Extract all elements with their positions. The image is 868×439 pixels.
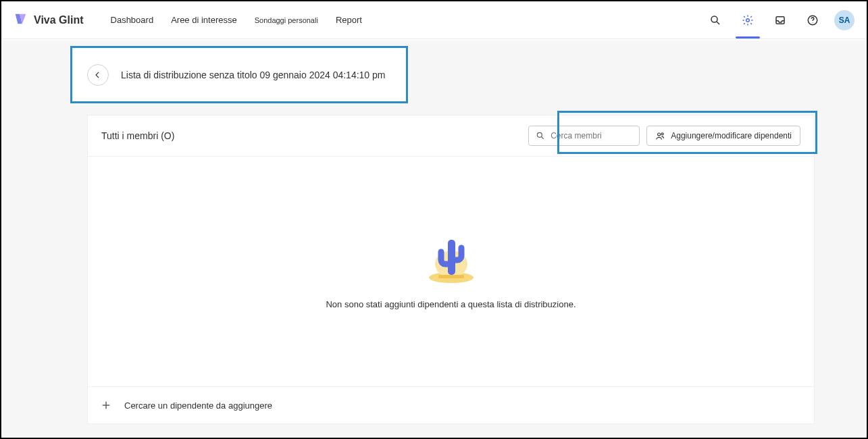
help-icon[interactable] xyxy=(802,9,823,31)
svg-line-7 xyxy=(542,137,544,139)
members-card-header: Tutti i membri (O) Aggiungere/modificare… xyxy=(88,115,814,156)
back-button[interactable] xyxy=(87,64,109,86)
search-icon[interactable] xyxy=(705,9,726,31)
page-title-highlight: Lista di distribuzione senza titolo 09 g… xyxy=(70,46,408,103)
top-right-tools: SA xyxy=(705,9,854,31)
page-title: Lista di distribuzione senza titolo 09 g… xyxy=(121,70,386,80)
product-logo-block: Viva Glint xyxy=(14,11,84,29)
inbox-icon[interactable] xyxy=(769,9,791,31)
product-name: Viva Glint xyxy=(34,14,84,26)
svg-point-9 xyxy=(661,132,663,134)
nav-items: Dashboard Aree di interesse Sondaggi per… xyxy=(111,15,362,25)
svg-point-2 xyxy=(746,18,750,22)
empty-state-message: Non sono stati aggiunti dipendenti a que… xyxy=(326,299,576,309)
svg-point-6 xyxy=(538,132,542,137)
search-members-box[interactable] xyxy=(528,126,640,146)
nav-focus-areas[interactable]: Aree di interesse xyxy=(171,15,237,25)
members-empty-state: Non sono stati aggiunti dipendenti a que… xyxy=(88,156,814,382)
add-employee-footer[interactable]: Cercare un dipendente da aggiungere xyxy=(88,386,814,423)
add-employee-footer-label: Cercare un dipendente da aggiungere xyxy=(124,401,272,411)
svg-point-0 xyxy=(711,16,717,22)
viva-glint-logo-icon xyxy=(14,11,28,29)
svg-rect-13 xyxy=(438,275,464,278)
nav-my-surveys[interactable]: Sondaggi personali xyxy=(255,16,318,24)
add-edit-employees-button[interactable]: Aggiungere/modificare dipendenti xyxy=(646,126,800,146)
people-icon xyxy=(655,131,665,141)
nav-reports[interactable]: Report xyxy=(336,15,362,25)
top-navigation: Viva Glint Dashboard Aree di interesse S… xyxy=(1,1,867,39)
search-icon xyxy=(536,131,545,140)
svg-point-5 xyxy=(812,22,813,23)
plus-icon xyxy=(100,399,112,411)
cactus-illustration-icon xyxy=(421,230,482,284)
user-avatar[interactable]: SA xyxy=(834,10,854,30)
all-members-label: Tutti i membri (O) xyxy=(101,130,174,141)
svg-point-8 xyxy=(658,133,661,136)
members-card: Tutti i membri (O) Aggiungere/modificare… xyxy=(87,115,815,424)
nav-dashboard[interactable]: Dashboard xyxy=(111,15,154,25)
svg-line-1 xyxy=(717,22,719,24)
members-toolbar: Aggiungere/modificare dipendenti xyxy=(528,126,800,146)
add-edit-employees-label: Aggiungere/modificare dipendenti xyxy=(671,131,792,140)
search-members-input[interactable] xyxy=(551,131,632,140)
settings-gear-icon[interactable] xyxy=(737,9,759,31)
